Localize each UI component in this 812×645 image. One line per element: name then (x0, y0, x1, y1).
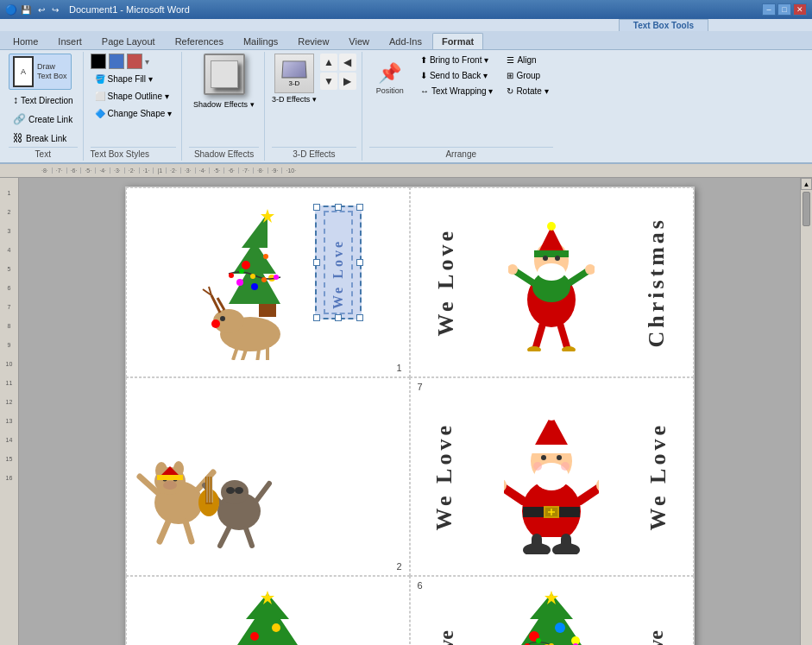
shadow-effects-big-button[interactable] (204, 54, 245, 95)
title-text: Document1 - Microsoft Word (69, 4, 190, 15)
handle-tl[interactable] (313, 204, 320, 211)
position-button[interactable]: 📌 Position (371, 55, 409, 102)
ribbon-group-3d-effects: 3-D 3-D Effects ▾ ▲ ◀ ▼ ▶ 3-D Effects (267, 52, 362, 161)
quick-access-save[interactable]: 💾 (21, 5, 31, 15)
cell-bottom-left[interactable]: 2 ove (126, 576, 410, 645)
svg-point-127 (536, 638, 541, 643)
shadow-effects-label: Shadow (193, 100, 222, 109)
bring-front-label: Bring to Front ▾ (430, 55, 488, 65)
create-link-icon: 🔗 (13, 113, 26, 125)
cell-top-left[interactable]: We Love 1 (126, 187, 410, 377)
close-button[interactable]: ✕ (793, 3, 807, 16)
align-button[interactable]: ☰ Align (502, 54, 552, 66)
tab-insert[interactable]: Insert (48, 33, 91, 49)
svg-line-86 (504, 485, 523, 501)
svg-point-103 (272, 623, 280, 632)
tab-page-layout[interactable]: Page Layout (92, 33, 165, 49)
3d-effects-content: 3-D 3-D Effects ▾ ▲ ◀ ▼ ▶ (272, 54, 356, 147)
position-icon: 📌 (378, 62, 401, 85)
tab-format[interactable]: Format (432, 33, 483, 49)
text-wrapping-button[interactable]: ↔ Text Wrapping ▾ (416, 85, 498, 98)
minimize-button[interactable]: – (762, 3, 776, 16)
text-direction-button[interactable]: ↕ Text Direction (9, 92, 78, 109)
cell-bottom-right[interactable]: 6 ove (410, 576, 694, 645)
text-group-content: A DrawText Box ↕ Text Direction 🔗 Create… (9, 54, 78, 147)
tab-references[interactable]: References (166, 33, 233, 49)
bring-to-front-button[interactable]: ⬆ Bring to Front ▾ (416, 54, 498, 66)
draw-text-box-button[interactable]: A DrawText Box (9, 54, 72, 90)
position-label: Position (376, 86, 404, 95)
ruler-left: 1 2 3 4 5 6 7 8 9 10 11 12 13 14 15 16 (0, 178, 19, 645)
svg-point-60 (226, 487, 235, 494)
svg-point-2 (242, 261, 250, 269)
cell-top-right[interactable]: We Love (410, 187, 694, 377)
handle-bm[interactable] (335, 314, 342, 321)
svg-point-13 (220, 316, 225, 321)
shape-fill-label: Shape Fill ▾ (108, 74, 153, 84)
3d-effects-button[interactable]: 3-D (274, 54, 314, 93)
elf-graphic (508, 213, 595, 351)
tab-view[interactable]: View (339, 33, 379, 49)
textbox-styles-label: Text Box Styles (91, 147, 177, 161)
3d-controls-col: ▲ ◀ ▼ ▶ (320, 54, 356, 90)
tab-add-ins[interactable]: Add-Ins (380, 33, 431, 49)
window-controls: – □ ✕ (762, 3, 807, 16)
tab-review[interactable]: Review (288, 33, 338, 49)
scroll-up-button[interactable]: ▲ (801, 178, 812, 190)
shadow-effects-sublabel: Effects (224, 100, 248, 109)
text-box-we-love[interactable]: We Love (315, 206, 362, 319)
handle-ml[interactable] (313, 259, 320, 266)
svg-point-32 (555, 256, 560, 261)
handle-mr[interactable] (356, 259, 363, 266)
3d-tilt-row-1: ▲ ◀ (320, 54, 356, 71)
3d-main-col: 3-D 3-D Effects ▾ (272, 54, 317, 104)
draw-text-box-icon: A (13, 56, 34, 87)
send-to-back-button[interactable]: ⬇ Send to Back ▾ (416, 69, 498, 82)
color-swatch-red[interactable] (127, 54, 142, 69)
create-link-button[interactable]: 🔗 Create Link (9, 111, 77, 128)
handle-tm[interactable] (335, 204, 342, 211)
svg-line-63 (256, 484, 269, 501)
tilt-left-button[interactable]: ◀ (339, 54, 356, 71)
handle-tr[interactable] (356, 204, 363, 211)
tab-mailings[interactable]: Mailings (234, 33, 287, 49)
svg-rect-77 (530, 445, 573, 453)
change-shape-button[interactable]: 🔷 Change Shape ▾ (91, 106, 177, 121)
ove-text-br-left: ove (435, 630, 458, 645)
svg-point-22 (261, 277, 267, 282)
align-label: Align (517, 55, 536, 65)
shape-fill-button[interactable]: 🪣 Shape Fill ▾ (91, 72, 157, 86)
ruler-marks: ·8· ·7· ·6· ·5· ·4· ·3· ·2· ·1· |1 ·2· ·… (38, 168, 812, 174)
scrollbar-vertical[interactable]: ▲ ▼ (800, 178, 812, 645)
svg-rect-67 (205, 477, 212, 504)
arrange-content: 📌 Position ⬆ Bring to Front ▾ ⬇ Send to … (369, 54, 553, 147)
svg-point-61 (235, 487, 243, 494)
cell-mid-right[interactable]: 7 We Love (410, 377, 694, 576)
maximize-button[interactable]: □ (777, 3, 791, 16)
cell-mid-left[interactable]: 2 (126, 377, 410, 576)
quick-access-undo[interactable]: ↩ (38, 5, 45, 15)
tilt-up-button[interactable]: ▲ (320, 54, 337, 71)
svg-point-23 (274, 275, 279, 280)
shape-outline-button[interactable]: ⬜ Shape Outline ▾ (91, 89, 173, 104)
scroll-thumb[interactable] (803, 192, 810, 226)
rotate-button[interactable]: ↻ Rotate ▾ (502, 85, 552, 98)
handle-br[interactable] (356, 314, 363, 321)
svg-point-6 (236, 279, 243, 286)
tilt-down-button[interactable]: ▼ (320, 73, 337, 90)
tab-home[interactable]: Home (3, 33, 47, 49)
tilt-right-button[interactable]: ▶ (339, 73, 356, 90)
color-swatch-blue[interactable] (109, 54, 124, 69)
shadow-effects-dropdown[interactable]: Shadow Effects ▾ (189, 98, 259, 111)
3d-effects-dropdown-label: 3-D Effects ▾ (272, 95, 317, 104)
handle-bl[interactable] (313, 314, 320, 321)
expand-styles-icon[interactable]: ▾ (145, 57, 149, 66)
group-button[interactable]: ⊞ Group (502, 69, 552, 82)
break-link-button[interactable]: ⛓ Break Link (9, 130, 71, 147)
color-swatch-black[interactable] (91, 54, 106, 69)
cell-number-1: 1 (396, 363, 401, 373)
we-love-text-mid-1: We Love (431, 422, 457, 531)
document-main[interactable]: We Love 1 We Love (19, 178, 800, 645)
quick-access-redo[interactable]: ↪ (52, 5, 59, 15)
shape-fill-icon: 🪣 (95, 74, 105, 84)
